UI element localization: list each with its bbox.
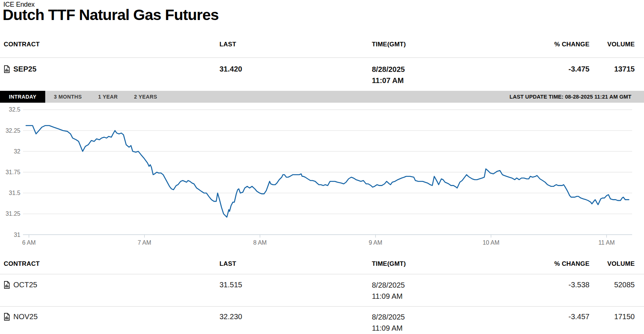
chart-document-icon	[4, 313, 10, 321]
trade-time: 11:07 AM	[372, 75, 405, 86]
svg-text:9 AM: 9 AM	[369, 239, 382, 246]
svg-text:10 AM: 10 AM	[483, 239, 499, 246]
column-header-contract: CONTRACT	[4, 260, 40, 268]
column-header-pct-change: % CHANGE	[554, 260, 589, 268]
chart-document-icon	[4, 65, 10, 73]
table-row[interactable]: NOV25	[4, 312, 38, 321]
svg-text:31.75: 31.75	[6, 169, 20, 175]
header-divider	[0, 57, 644, 58]
row-divider	[0, 306, 644, 307]
tab-intraday[interactable]: INTRADAY	[0, 91, 45, 103]
contract-symbol: OCT25	[13, 281, 37, 289]
column-header-time: TIME(GMT)	[372, 41, 406, 48]
trade-date: 8/28/2025	[372, 280, 405, 291]
header-divider	[0, 274, 644, 274]
table-row[interactable]: OCT25	[4, 281, 37, 289]
last-price: 31.420	[219, 65, 242, 73]
tab-2-years[interactable]: 2 YEARS	[126, 91, 165, 103]
column-header-volume: VOLUME	[607, 260, 635, 268]
svg-text:6 AM: 6 AM	[22, 239, 36, 246]
intraday-price-chart: 3131.2531.531.753232.2532.56 AM7 AM8 AM9…	[0, 0, 644, 334]
svg-text:31.5: 31.5	[9, 190, 20, 196]
chart-document-icon	[4, 281, 10, 289]
chart-range-tabbar: INTRADAY 3 MONTHS 1 YEAR 2 YEARS LAST UP…	[0, 91, 644, 103]
last-price: 32.230	[219, 312, 242, 321]
column-header-contract: CONTRACT	[4, 41, 40, 48]
pct-change: -3.457	[568, 312, 589, 321]
pct-change: -3.538	[568, 281, 589, 289]
last-price: 31.515	[219, 281, 242, 289]
svg-text:8 AM: 8 AM	[253, 239, 267, 246]
column-header-last: LAST	[219, 41, 236, 48]
svg-text:31: 31	[14, 232, 20, 238]
column-header-volume: VOLUME	[607, 41, 635, 48]
trade-timestamp: 8/28/2025 11:09 AM	[372, 280, 405, 302]
volume: 17150	[614, 312, 635, 321]
contract-symbol: SEP25	[13, 65, 36, 73]
tab-1-year[interactable]: 1 YEAR	[90, 91, 126, 103]
tab-3-months[interactable]: 3 MONTHS	[46, 91, 90, 103]
trade-time: 11:09 AM	[372, 323, 405, 334]
volume: 52085	[614, 281, 635, 289]
svg-text:32.5: 32.5	[9, 106, 20, 113]
trade-time: 11:09 AM	[372, 291, 405, 302]
tabbar-spacer	[165, 91, 509, 103]
column-header-pct-change: % CHANGE	[554, 41, 589, 48]
volume: 13715	[614, 65, 635, 73]
svg-text:32.25: 32.25	[6, 128, 20, 134]
column-header-time: TIME(GMT)	[372, 260, 406, 268]
page-title: Dutch TTF Natural Gas Futures	[3, 6, 219, 24]
last-update-time: LAST UPDATE TIME: 08-28-2025 11:21 AM GM…	[509, 91, 644, 103]
trade-timestamp: 8/28/2025 11:09 AM	[372, 311, 405, 334]
contract-symbol: NOV25	[13, 312, 38, 321]
trade-timestamp: 8/28/2025 11:07 AM	[372, 64, 405, 86]
trade-date: 8/28/2025	[372, 64, 405, 75]
svg-text:7 AM: 7 AM	[138, 239, 151, 246]
column-header-last: LAST	[219, 260, 236, 268]
pct-change: -3.475	[568, 65, 589, 73]
svg-text:11 AM: 11 AM	[598, 239, 615, 246]
svg-text:32: 32	[14, 148, 20, 155]
table-row[interactable]: SEP25	[4, 65, 36, 73]
trade-date: 8/28/2025	[372, 311, 405, 323]
svg-text:31.25: 31.25	[6, 211, 20, 217]
page: 3131.2531.531.753232.2532.56 AM7 AM8 AM9…	[0, 0, 644, 334]
